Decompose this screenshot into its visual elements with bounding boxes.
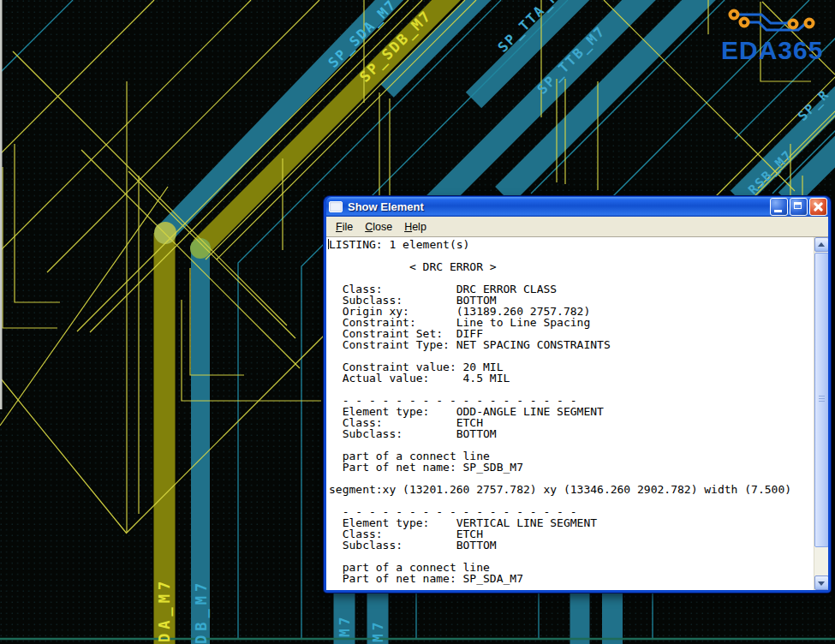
- minimize-icon: [774, 210, 782, 212]
- show-element-dialog: Show Element FileCloseHelp LISTING: 1 el…: [324, 196, 831, 593]
- scrollbar-thumb[interactable]: [814, 253, 828, 547]
- allegro-workspace: EDA365 SP_SDA_M7SP_SDB_M7SP_TTA_M7SP_TTB…: [0, 0, 835, 644]
- close-button[interactable]: [809, 198, 827, 216]
- scroll-down-button[interactable]: [814, 575, 828, 590]
- dialog-content: LISTING: 1 element(s) < DRC ERROR > Clas…: [326, 237, 828, 590]
- net-label: DA_M7: [156, 577, 173, 642]
- drc-marker-1: [154, 222, 176, 244]
- drc-marker-2: [190, 238, 211, 259]
- menu-bar: FileCloseHelp: [326, 217, 828, 237]
- dialog-titlebar[interactable]: Show Element: [326, 197, 828, 217]
- menu-close[interactable]: Close: [360, 219, 399, 235]
- net-label: M7: [337, 614, 353, 637]
- left-edge-strip: [0, 0, 3, 409]
- net-label: DB_M7: [193, 579, 210, 644]
- window-icon: [329, 201, 343, 212]
- maximize-button[interactable]: [790, 198, 808, 216]
- menu-file[interactable]: File: [331, 219, 360, 235]
- element-listing-text: LISTING: 1 element(s) < DRC ERROR > Clas…: [326, 237, 828, 584]
- net-label: M7: [370, 619, 386, 642]
- text-caret: [328, 239, 329, 249]
- maximize-icon: [794, 202, 802, 209]
- logo-text: EDA365: [721, 36, 823, 64]
- scroll-up-button[interactable]: [814, 237, 828, 252]
- menu-help[interactable]: Help: [399, 219, 433, 235]
- vertical-scrollbar[interactable]: [814, 237, 828, 590]
- dialog-title: Show Element: [348, 200, 768, 213]
- minimize-button[interactable]: [770, 198, 788, 216]
